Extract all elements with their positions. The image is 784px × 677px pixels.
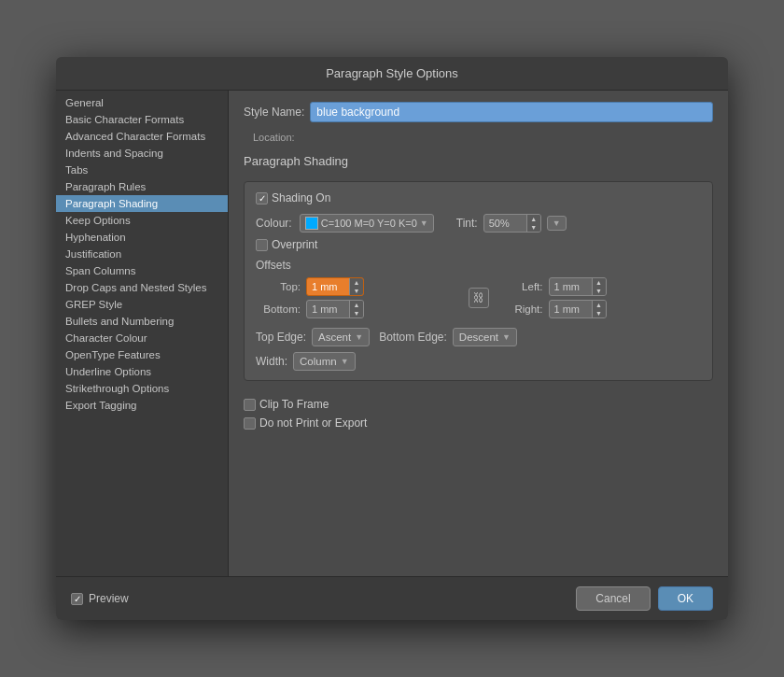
bottom-edge-dropdown[interactable]: Descent ▼	[453, 328, 517, 346]
link-offsets-icon[interactable]: ⛓	[469, 288, 489, 308]
sidebar-item-character-colour[interactable]: Character Colour	[56, 330, 228, 346]
top-value-input[interactable]	[307, 279, 349, 294]
right-spin-input[interactable]: ▲ ▼	[549, 300, 607, 318]
left-spin-down[interactable]: ▼	[593, 287, 606, 295]
left-label: Left:	[498, 281, 543, 292]
tint-spin-down[interactable]: ▼	[527, 223, 540, 232]
sidebar-item-paragraph-rules[interactable]: Paragraph Rules	[56, 178, 228, 195]
left-value-input[interactable]	[550, 279, 592, 294]
bottom-value-input[interactable]	[307, 302, 349, 317]
ok-button[interactable]: OK	[658, 586, 713, 611]
bottom-offset-row: Bottom: ▲ ▼	[256, 300, 459, 318]
top-offset-row: Top: ▲ ▼	[256, 277, 459, 296]
bottom-spin-input[interactable]: ▲ ▼	[306, 300, 364, 318]
top-edge-group: Top Edge: Ascent ▼	[256, 328, 370, 346]
sidebar-item-opentype[interactable]: OpenType Features	[56, 346, 228, 363]
width-label: Width:	[256, 355, 287, 368]
right-spin-down[interactable]: ▼	[593, 309, 606, 317]
sidebar-item-basic-character[interactable]: Basic Character Formats	[56, 111, 228, 128]
sidebar: General Basic Character Formats Advanced…	[56, 91, 229, 576]
right-spin-arrows: ▲ ▼	[592, 301, 606, 317]
right-spin-up[interactable]: ▲	[593, 301, 606, 309]
tint-spin-input[interactable]: ▲ ▼	[483, 214, 541, 233]
width-row: Width: Column ▼	[256, 352, 701, 371]
top-spin-down[interactable]: ▼	[350, 287, 363, 295]
top-edge-label: Top Edge:	[256, 331, 306, 344]
bottom-edge-value: Descent	[459, 331, 498, 343]
dialog-title: Paragraph Style Options	[326, 66, 458, 80]
sidebar-item-bullets[interactable]: Bullets and Numbering	[56, 313, 228, 330]
bottom-edge-group: Bottom Edge: Descent ▼	[379, 328, 517, 346]
section-title: Paragraph Shading	[244, 154, 713, 168]
footer-buttons: Cancel OK	[576, 586, 713, 611]
main-content: Style Name: Location: Paragraph Shading …	[229, 91, 728, 576]
colour-row: Colour: C=100 M=0 Y=0 K=0 ▼ Tint: ▲ ▼	[256, 214, 701, 233]
checkboxes-section: Clip To Frame Do not Print or Export	[244, 398, 713, 430]
overprint-checkbox[interactable]	[256, 239, 268, 251]
cancel-button[interactable]: Cancel	[576, 586, 650, 611]
shading-on-checkbox-wrapper[interactable]: ✓ Shading On	[256, 191, 330, 205]
right-label: Right:	[498, 303, 543, 315]
tint-value-input[interactable]	[484, 216, 526, 231]
right-value-input[interactable]	[550, 302, 592, 317]
sidebar-item-export-tagging[interactable]: Export Tagging	[56, 397, 228, 414]
bottom-edge-label: Bottom Edge:	[379, 331, 447, 344]
top-edge-value: Ascent	[318, 331, 351, 343]
sidebar-item-paragraph-shading[interactable]: Paragraph Shading	[56, 195, 228, 212]
colour-swatch	[305, 217, 318, 230]
colour-chevron-icon: ▼	[420, 219, 428, 228]
sidebar-item-underline[interactable]: Underline Options	[56, 363, 228, 380]
left-spin-input[interactable]: ▲ ▼	[549, 277, 607, 296]
clip-to-frame-wrapper[interactable]: Clip To Frame	[244, 398, 713, 411]
style-name-input[interactable]	[310, 102, 713, 122]
offsets-section: Offsets Top: ▲ ▼	[256, 259, 701, 318]
left-offset-row: Left: ▲ ▼	[498, 277, 702, 296]
sidebar-item-keep-options[interactable]: Keep Options	[56, 212, 228, 229]
top-spin-input[interactable]: ▲ ▼	[306, 277, 364, 296]
sidebar-item-grep[interactable]: GREP Style	[56, 296, 228, 313]
top-edge-chevron-icon: ▼	[355, 332, 363, 342]
sidebar-item-drop-caps[interactable]: Drop Caps and Nested Styles	[56, 279, 228, 296]
width-dropdown[interactable]: Column ▼	[293, 352, 356, 371]
top-edge-dropdown[interactable]: Ascent ▼	[312, 328, 370, 346]
do-not-print-wrapper[interactable]: Do not Print or Export	[244, 416, 713, 430]
bottom-spin-arrows: ▲ ▼	[349, 301, 363, 317]
bottom-spin-down[interactable]: ▼	[350, 309, 363, 317]
tint-row: Tint: ▲ ▼ ▼	[456, 214, 567, 233]
preview-row[interactable]: ✓ Preview	[71, 592, 129, 605]
sidebar-item-hyphenation[interactable]: Hyphenation	[56, 229, 228, 246]
tint-spin-up[interactable]: ▲	[527, 215, 540, 223]
sidebar-item-tabs[interactable]: Tabs	[56, 162, 228, 178]
top-spin-up[interactable]: ▲	[350, 278, 363, 287]
colour-swatch-button[interactable]: C=100 M=0 Y=0 K=0 ▼	[300, 214, 434, 233]
location-label: Location:	[253, 132, 295, 143]
bottom-edge-chevron-icon: ▼	[502, 332, 511, 342]
sidebar-item-advanced-character[interactable]: Advanced Character Formats	[56, 128, 228, 145]
width-value: Column	[300, 356, 337, 367]
overprint-checkbox-wrapper[interactable]: Overprint	[256, 238, 317, 251]
left-spin-up[interactable]: ▲	[593, 278, 606, 287]
left-spin-arrows: ▲ ▼	[592, 278, 606, 295]
style-name-label: Style Name:	[244, 106, 304, 119]
preview-checkbox[interactable]: ✓	[71, 593, 83, 605]
sidebar-item-span-columns[interactable]: Span Columns	[56, 262, 228, 279]
bottom-spin-up[interactable]: ▲	[350, 301, 363, 309]
overprint-row: Overprint	[256, 238, 701, 251]
clip-to-frame-checkbox[interactable]	[244, 399, 256, 411]
sidebar-item-general[interactable]: General	[56, 94, 228, 111]
tint-dropdown[interactable]: ▼	[547, 216, 567, 231]
offsets-title: Offsets	[256, 259, 701, 272]
sidebar-item-indents[interactable]: Indents and Spacing	[56, 145, 228, 162]
sidebar-item-justification[interactable]: Justification	[56, 246, 228, 262]
location-row: Location:	[244, 132, 713, 143]
paragraph-style-options-dialog: Paragraph Style Options General Basic Ch…	[56, 57, 728, 620]
tint-spin-arrows: ▲ ▼	[526, 215, 540, 232]
sidebar-item-strikethrough[interactable]: Strikethrough Options	[56, 380, 228, 397]
do-not-print-label: Do not Print or Export	[259, 416, 367, 430]
footer: ✓ Preview Cancel OK	[56, 576, 728, 620]
preview-label: Preview	[89, 592, 129, 605]
right-offsets: Left: ▲ ▼ Right:	[498, 277, 702, 318]
do-not-print-checkbox[interactable]	[244, 417, 256, 430]
top-label: Top:	[256, 281, 301, 292]
shading-on-checkbox[interactable]: ✓	[256, 192, 268, 205]
